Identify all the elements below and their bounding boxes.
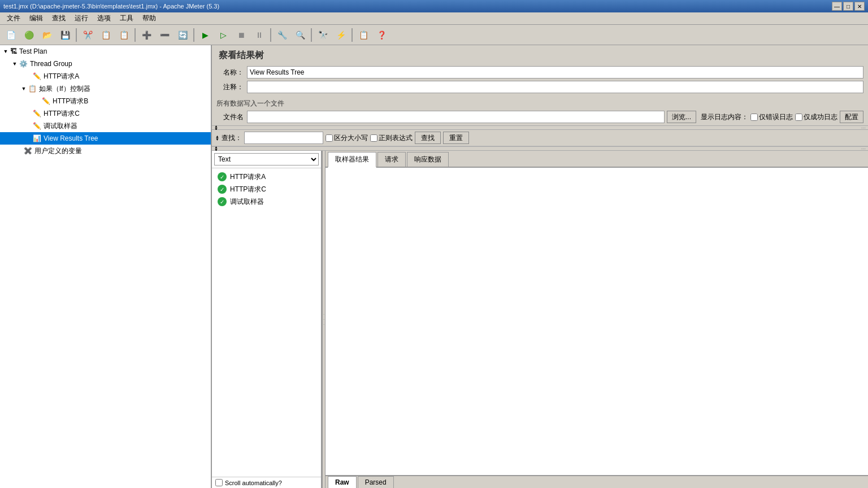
toggle-test-plan[interactable]: ▼	[2, 48, 9, 55]
result-item-0[interactable]: ✓ HTTP请求A	[213, 171, 320, 183]
toggle-http-b	[34, 98, 41, 104]
browse-button[interactable]: 浏览...	[667, 111, 696, 123]
toolbar-clear-all[interactable]: 🔍	[292, 27, 309, 43]
file-input[interactable]	[247, 111, 665, 123]
success-log-checkbox-label: 仅成功日志	[795, 112, 837, 122]
maximize-button[interactable]: □	[843, 2, 853, 11]
toolbar-collapse[interactable]: ➖	[156, 27, 173, 43]
toolbar-start-no-pause[interactable]: ▷	[215, 27, 232, 43]
tree-node-view-results[interactable]: 📊 View Results Tree	[0, 132, 211, 145]
tab-raw[interactable]: Raw	[328, 476, 357, 488]
toolbar-open[interactable]: 📂	[38, 27, 55, 43]
minimize-button[interactable]: —	[832, 2, 842, 11]
tab-parsed[interactable]: Parsed	[358, 476, 394, 488]
test-plan-label: Test Plan	[19, 47, 47, 55]
paste-icon: 📋	[119, 30, 129, 40]
tree-node-http-a[interactable]: ✏️ HTTP请求A	[0, 70, 211, 82]
tree-node-thread-group[interactable]: ▼ ⚙️ Thread Group	[0, 58, 211, 70]
toggle-thread-group[interactable]: ▼	[11, 60, 18, 67]
menu-help[interactable]: 帮助	[138, 12, 160, 24]
tree-node-http-b[interactable]: ✏️ HTTP请求B	[0, 95, 211, 107]
resize-handle-1[interactable]: ▲ ▼ ···	[212, 125, 868, 130]
thread-group-icon: ⚙️	[19, 60, 28, 68]
menu-find[interactable]: 查找	[47, 12, 70, 24]
menu-run[interactable]: 运行	[70, 12, 93, 24]
toolbar-save[interactable]: 💾	[57, 27, 73, 43]
search-label: 查找：	[222, 133, 242, 143]
result-item-2[interactable]: ✓ 调试取样器	[213, 195, 320, 208]
scroll-auto-checkbox[interactable]	[215, 479, 223, 486]
close-button[interactable]: ✕	[854, 2, 865, 11]
menu-file[interactable]: 文件	[2, 12, 25, 24]
toolbar-refresh[interactable]: 🔄	[174, 27, 191, 43]
toolbar-search[interactable]: 🔭	[314, 27, 331, 43]
format-select[interactable]: Text JSON XML HTML Regexp Tester CSS/JQu…	[214, 153, 319, 165]
search-input[interactable]	[244, 132, 323, 144]
toolbar-list[interactable]: 📋	[355, 27, 372, 43]
tab-response-data[interactable]: 响应数据	[407, 152, 449, 167]
tab-sampler-result[interactable]: 取样器结果	[328, 152, 376, 168]
toolbar-sep-4	[270, 28, 271, 42]
error-log-checkbox[interactable]	[750, 114, 758, 121]
result-icon-1: ✓	[218, 185, 227, 194]
user-vars-icon: ✖️	[24, 147, 32, 155]
toolbar-sep-6	[351, 28, 353, 42]
menu-tools[interactable]: 工具	[115, 12, 138, 24]
toolbar-shutdown[interactable]: ⏸	[251, 27, 268, 43]
comment-input[interactable]	[247, 81, 863, 93]
tree-node-if-controller[interactable]: ▼ 📋 如果（If）控制器	[0, 82, 211, 95]
toolbar-clear[interactable]: 🔧	[274, 27, 290, 43]
new-icon: 📄	[6, 30, 16, 40]
case-sensitive-checkbox[interactable]	[326, 134, 333, 142]
tree-node-user-vars[interactable]: ✖️ 用户定义的变量	[0, 145, 211, 157]
copy-icon: 📋	[101, 30, 111, 40]
reset-button[interactable]: 重置	[443, 132, 469, 144]
view-results-label: View Results Tree	[44, 134, 98, 142]
result-label-1: HTTP请求C	[230, 185, 266, 194]
name-label: 名称：	[216, 68, 244, 77]
toolbar-template[interactable]: 🟢	[20, 27, 37, 43]
save-icon: 💾	[60, 30, 70, 40]
debug-sampler-label: 调试取样器	[44, 121, 77, 131]
tree-node-test-plan[interactable]: ▼ 🏗 Test Plan	[0, 45, 211, 58]
if-controller-icon: 📋	[28, 85, 37, 93]
tree-node-debug-sampler[interactable]: ✏️ 调试取样器	[0, 120, 211, 132]
toolbar-paste[interactable]: 📋	[115, 27, 132, 43]
resize-handle-2[interactable]: ▲ ▼ ···	[212, 146, 868, 151]
toggle-if-controller[interactable]: ▼	[20, 85, 27, 92]
name-input[interactable]	[247, 66, 863, 79]
log-controls: 显示日志内容： 仅错误日志 仅成功日志 配置	[701, 111, 863, 123]
window-controls: — □ ✕	[832, 2, 865, 11]
toolbar-help[interactable]: ❓	[373, 27, 390, 43]
toolbar-start[interactable]: ▶	[197, 27, 214, 43]
tree-node-http-c[interactable]: ✏️ HTTP请求C	[0, 107, 211, 120]
clear-icon: 🔧	[277, 30, 287, 40]
result-item-1[interactable]: ✓ HTTP请求C	[213, 183, 320, 195]
title-bar: test1.jmx (D:\apache-jmeter-5.3\bin\temp…	[0, 0, 868, 12]
success-log-checkbox[interactable]	[795, 114, 802, 121]
regex-checkbox[interactable]	[370, 134, 377, 142]
menu-options[interactable]: 选项	[93, 12, 115, 24]
shutdown-icon: ⏸	[255, 30, 263, 40]
http-b-icon: ✏️	[42, 97, 50, 105]
toolbar-copy[interactable]: 📋	[97, 27, 114, 43]
toolbar-cut[interactable]: ✂️	[79, 27, 96, 43]
right-panel: 察看结果树 名称： 注释： 所有数据写入一个文件 文件名 浏览... 显示日志内…	[212, 45, 868, 488]
success-log-label: 仅成功日志	[804, 112, 837, 122]
menu-edit[interactable]: 编辑	[25, 12, 47, 24]
toolbar-new[interactable]: 📄	[2, 27, 19, 43]
find-button[interactable]: 查找	[415, 132, 441, 144]
comment-row: 注释：	[216, 81, 863, 93]
component-title: 察看结果树	[212, 45, 868, 64]
if-controller-label: 如果（If）控制器	[39, 84, 90, 94]
http-b-label: HTTP请求B	[53, 97, 88, 106]
toolbar-remote[interactable]: ⚡	[332, 27, 349, 43]
tab-request[interactable]: 请求	[377, 152, 406, 167]
toolbar-sep-3	[193, 28, 194, 42]
toggle-http-c	[25, 110, 32, 117]
toolbar-stop[interactable]: ⏹	[233, 27, 250, 43]
search-resize-arrows: ▲ ▼	[215, 135, 219, 141]
toolbar-expand[interactable]: ➕	[138, 27, 155, 43]
config-button[interactable]: 配置	[840, 111, 863, 123]
log-display-label: 显示日志内容：	[701, 112, 748, 122]
